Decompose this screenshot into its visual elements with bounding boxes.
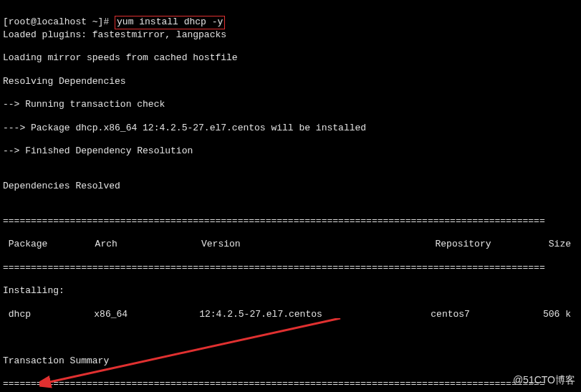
pkg-size: 506 k xyxy=(543,309,578,320)
pkg-arch: x86_64 xyxy=(94,309,199,320)
col-version: Version xyxy=(201,239,435,250)
output-line: Dependencies Resolved xyxy=(3,181,578,192)
output-line: Loading mirror speeds from cached hostfi… xyxy=(3,52,578,64)
pkg-version: 12:4.2.5-27.el7.centos xyxy=(199,309,431,320)
watermark-text: @51CTO博客 xyxy=(513,374,575,387)
table-header: Package Arch Version Repository Size xyxy=(3,239,578,250)
table-row: dhcp x86_64 12:4.2.5-27.el7.centos cento… xyxy=(3,309,578,320)
command-highlight: yum install dhcp -y xyxy=(115,16,225,29)
section-transaction-summary: Transaction Summary xyxy=(3,355,578,367)
section-installing: Installing: xyxy=(3,285,578,297)
output-line: --> Running transaction check xyxy=(3,99,578,110)
shell-prompt: [root@localhost ~]# xyxy=(3,16,115,27)
col-arch: Arch xyxy=(95,239,201,250)
col-size: Size xyxy=(549,239,578,250)
col-package: Package xyxy=(3,239,95,250)
col-repository: Repository xyxy=(436,239,549,250)
typed-command: yum install dhcp -y xyxy=(117,16,223,27)
output-line: --> Finished Dependency Resolution xyxy=(3,145,578,157)
output-line: ---> Package dhcp.x86_64 12:4.2.5-27.el7… xyxy=(3,123,578,134)
output-line: Resolving Dependencies xyxy=(3,76,578,87)
output-line: Loaded plugins: fastestmirror, langpacks xyxy=(3,29,578,41)
pkg-name: dhcp xyxy=(3,309,94,320)
divider-line: ========================================… xyxy=(3,378,578,390)
divider-line: ========================================… xyxy=(3,216,578,227)
pkg-repo: centos7 xyxy=(431,309,543,320)
terminal-output: [root@localhost ~]# yum install dhcp -y … xyxy=(3,4,578,392)
divider-line: ========================================… xyxy=(3,262,578,274)
